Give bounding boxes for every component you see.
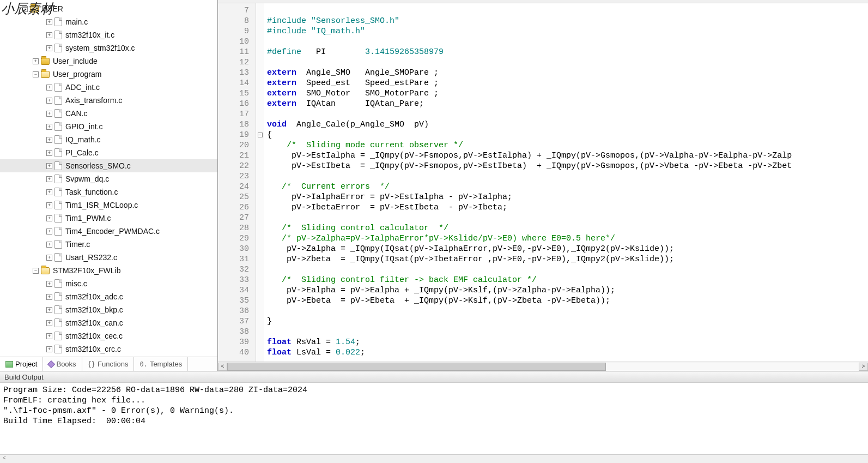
tree-file[interactable]: +Tim4_Encoder_PWMDAC.c bbox=[0, 225, 217, 238]
expander-icon[interactable]: + bbox=[46, 150, 52, 156]
expander-icon[interactable]: + bbox=[46, 137, 52, 143]
tree-file[interactable]: +Svpwm_dq.c bbox=[0, 172, 217, 185]
project-icon bbox=[5, 361, 13, 368]
expander-icon[interactable]: + bbox=[46, 202, 52, 208]
tab-project-label: Project bbox=[15, 360, 37, 368]
fold-toggle-icon[interactable]: − bbox=[258, 133, 263, 137]
tree-folder[interactable]: +User_include bbox=[0, 55, 217, 68]
tree-folder[interactable]: −STM32F10x_FWLib bbox=[0, 264, 217, 277]
tree-item-label: CAN.c bbox=[65, 109, 87, 118]
tree-file[interactable]: +IQ_math.c bbox=[0, 133, 217, 146]
tree-item-label: ADC_int.c bbox=[65, 83, 100, 92]
file-icon bbox=[54, 96, 62, 105]
expander-icon[interactable]: + bbox=[46, 281, 52, 287]
expander-icon[interactable]: + bbox=[46, 320, 52, 326]
file-icon bbox=[54, 345, 62, 353]
expander-icon[interactable]: + bbox=[33, 58, 39, 64]
project-panel: 小辰素材 −USER+main.c+stm32f10x_it.c+system_… bbox=[0, 0, 218, 371]
expander-icon[interactable]: + bbox=[46, 32, 52, 38]
expander-icon[interactable]: − bbox=[33, 71, 39, 77]
build-output-header[interactable]: Build Output bbox=[0, 371, 868, 383]
tab-functions-label: Functions bbox=[98, 360, 128, 368]
tree-file[interactable]: +Tim1_PWM.c bbox=[0, 212, 217, 225]
tree-file[interactable]: +Timer.c bbox=[0, 238, 217, 251]
scroll-right-button[interactable]: > bbox=[859, 363, 868, 371]
tree-folder[interactable]: −USER bbox=[0, 2, 217, 15]
scroll-thumb[interactable] bbox=[227, 363, 606, 371]
file-icon bbox=[54, 188, 62, 196]
tree-item-label: USER bbox=[42, 4, 63, 13]
tree-file[interactable]: +system_stm32f10x.c bbox=[0, 41, 217, 55]
file-icon bbox=[54, 318, 62, 327]
tab-books[interactable]: Books bbox=[43, 357, 82, 371]
line-number-gutter: 7891011121314151617181920212223242526272… bbox=[218, 3, 256, 362]
file-icon bbox=[54, 279, 62, 288]
expander-icon[interactable]: + bbox=[46, 98, 52, 104]
code-text[interactable]: #include "Sensorless_SMO.h"#include "IQ_… bbox=[264, 3, 868, 362]
editor-h-scrollbar[interactable]: < > bbox=[218, 362, 868, 371]
build-output-scrollbar[interactable]: < bbox=[0, 454, 868, 463]
file-icon bbox=[54, 148, 62, 157]
tree-item-label: PI_Cale.c bbox=[65, 148, 99, 157]
scroll-track[interactable] bbox=[227, 363, 859, 371]
tree-file[interactable]: +stm32f10x_crc.c bbox=[0, 342, 217, 356]
tab-functions[interactable]: {}Functions bbox=[82, 357, 135, 371]
expander-icon[interactable]: + bbox=[46, 307, 52, 313]
tree-file[interactable]: +Axis_transform.c bbox=[0, 94, 217, 107]
tree-item-label: stm32f10x_cec.c bbox=[65, 332, 123, 340]
tree-file[interactable]: +stm32f10x_it.c bbox=[0, 28, 217, 41]
expander-icon[interactable]: + bbox=[46, 294, 52, 300]
scroll-left-icon[interactable]: < bbox=[0, 455, 9, 463]
file-icon bbox=[54, 44, 62, 52]
tree-file[interactable]: +PI_Cale.c bbox=[0, 146, 217, 159]
tree-item-label: User_include bbox=[53, 57, 98, 65]
tree-file[interactable]: +ADC_int.c bbox=[0, 81, 217, 94]
tree-file[interactable]: +stm32f10x_can.c bbox=[0, 316, 217, 329]
tree-file[interactable]: +CAN.c bbox=[0, 107, 217, 120]
expander-icon[interactable]: + bbox=[46, 215, 52, 221]
tree-folder[interactable]: −User_program bbox=[0, 68, 217, 81]
tree-file[interactable]: +misc.c bbox=[0, 277, 217, 290]
file-icon bbox=[54, 332, 62, 340]
expander-icon[interactable]: + bbox=[46, 124, 52, 130]
tree-file[interactable]: +Usart_RS232.c bbox=[0, 251, 217, 264]
tree-item-label: Sensorless_SMO.c bbox=[65, 161, 131, 170]
expander-icon[interactable]: + bbox=[46, 242, 52, 248]
editor-panel: 7891011121314151617181920212223242526272… bbox=[218, 0, 868, 371]
tree-file[interactable]: +stm32f10x_adc.c bbox=[0, 290, 217, 303]
file-icon bbox=[54, 305, 62, 314]
code-area[interactable]: 7891011121314151617181920212223242526272… bbox=[218, 3, 868, 362]
tree-file[interactable]: +main.c bbox=[0, 15, 217, 28]
expander-icon[interactable]: + bbox=[46, 229, 52, 234]
expander-icon[interactable]: + bbox=[46, 111, 52, 117]
expander-icon[interactable]: − bbox=[22, 6, 28, 12]
tab-templates[interactable]: 0.Templates bbox=[134, 357, 188, 371]
expander-icon[interactable]: + bbox=[46, 333, 52, 339]
project-tree[interactable]: 小辰素材 −USER+main.c+stm32f10x_it.c+system_… bbox=[0, 0, 217, 357]
tab-templates-label: Templates bbox=[150, 360, 182, 368]
expander-icon[interactable]: + bbox=[46, 85, 52, 91]
tree-file[interactable]: +stm32f10x_cec.c bbox=[0, 329, 217, 342]
tab-project[interactable]: Project bbox=[0, 357, 43, 371]
tree-file[interactable]: +stm32f10x_bkp.c bbox=[0, 303, 217, 316]
tree-file[interactable]: +GPIO_int.c bbox=[0, 120, 217, 133]
tree-file[interactable]: +Tim1_ISR_MCLoop.c bbox=[0, 199, 217, 212]
tree-item-label: stm32f10x_crc.c bbox=[65, 345, 121, 353]
expander-icon[interactable]: − bbox=[33, 268, 39, 274]
expander-icon[interactable]: + bbox=[46, 45, 52, 51]
file-icon bbox=[54, 253, 62, 262]
expander-icon[interactable]: + bbox=[46, 163, 52, 169]
tree-item-label: stm32f10x_can.c bbox=[65, 318, 123, 327]
folder-icon bbox=[41, 58, 50, 65]
build-output-text[interactable]: Program Size: Code=22256 RO-data=1896 RW… bbox=[0, 383, 868, 454]
tree-item-label: Tim1_ISR_MCLoop.c bbox=[65, 201, 138, 209]
expander-icon[interactable]: + bbox=[46, 189, 52, 195]
expander-icon[interactable]: + bbox=[46, 19, 52, 25]
tree-file[interactable]: +Task_function.c bbox=[0, 185, 217, 199]
scroll-left-button[interactable]: < bbox=[218, 363, 227, 371]
expander-icon[interactable]: + bbox=[46, 255, 52, 261]
expander-icon[interactable]: + bbox=[46, 346, 52, 352]
expander-icon[interactable]: + bbox=[46, 176, 52, 182]
tree-file[interactable]: +Sensorless_SMO.c bbox=[0, 159, 217, 172]
fold-column[interactable]: − bbox=[256, 3, 264, 362]
